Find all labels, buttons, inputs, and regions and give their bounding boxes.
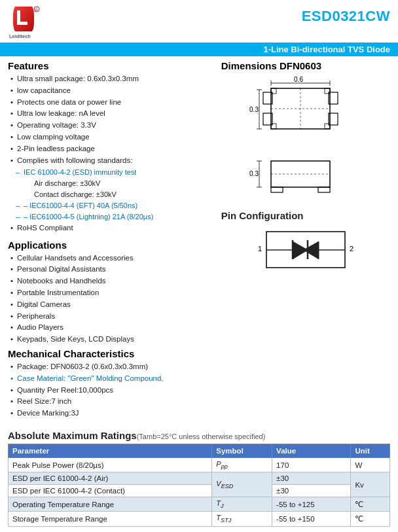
- svg-text:Leiditech: Leiditech: [9, 33, 31, 39]
- list-item: Air discharge: ±30kV: [10, 178, 215, 189]
- svg-text:0.6: 0.6: [294, 76, 303, 83]
- list-item: Digital Cameras: [10, 299, 215, 311]
- param-cell: Peak Pulse Power (8/20µs): [9, 458, 212, 472]
- table-row: ESD per IEC 61000-4-2 (Air) VESD ±30 Kv: [9, 472, 390, 485]
- dimensions-section: Dimensions DFN0603 0.6 0.3: [221, 60, 390, 204]
- features-heading: Features: [8, 60, 215, 71]
- dimensions-diagram: 0.6 0.3: [221, 75, 390, 204]
- main-content: Features Ultra small package: 0.6x0.3x0.…: [0, 56, 398, 422]
- abs-ratings-heading: Absolute Maximum Ratings(Tamb=25°C unles…: [8, 430, 390, 441]
- logo-area: R Leiditech: [8, 5, 47, 41]
- pin-config-heading: Pin Configuration: [221, 210, 304, 221]
- list-item: – IEC61000-4-5 (Lightning) 21A (8/20µs): [10, 211, 215, 222]
- list-item: Keypads, Side Keys, LCD Displays: [10, 334, 215, 346]
- table-row: Operating Temperature Range TJ -55 to +1…: [9, 497, 390, 512]
- param-cell: ESD per IEC 61000-4-2 (Contact): [9, 485, 212, 497]
- pin-configuration-section: Pin Configuration 1 2: [221, 210, 390, 277]
- list-item: Reel Size:7 inch: [10, 396, 215, 408]
- list-item: Device Marking:3J: [10, 408, 215, 419]
- svg-text:R: R: [35, 8, 39, 12]
- list-item: Notebooks and Handhelds: [10, 275, 215, 287]
- svg-text:0.3: 0.3: [249, 170, 259, 177]
- symbol-cell: TJ: [212, 497, 272, 512]
- subtitle-bar: 1-Line Bi-directional TVS Diode: [0, 43, 398, 56]
- title-area: ESD0321CW: [302, 5, 390, 25]
- list-item: Ultra low leakage: nA level: [10, 108, 215, 120]
- list-item: Case Material: "Green" Molding Compound.: [10, 373, 215, 385]
- list-item: – IEC61000-4-4 (EFT) 40A (5/50ns): [10, 200, 215, 211]
- company-logo: R Leiditech: [8, 5, 47, 41]
- unit-cell: ℃: [351, 497, 390, 512]
- param-cell: Storage Temperature Range: [9, 512, 212, 526]
- value-cell: -55 to +150: [272, 512, 351, 526]
- col-parameter: Parameter: [9, 444, 212, 458]
- list-item: Package: DFN0603-2 (0.6x0.3x0.3mm): [10, 361, 215, 373]
- unit-cell: W: [351, 458, 390, 472]
- value-cell: ±30: [272, 485, 351, 497]
- col-unit: Unit: [351, 444, 390, 458]
- svg-text:2: 2: [350, 245, 353, 253]
- features-list: Ultra small package: 0.6x0.3x0.3mm low c…: [8, 73, 215, 234]
- table-row: Peak Pulse Power (8/20µs) Ppp 170 W: [9, 458, 390, 472]
- list-item: Audio Players: [10, 322, 215, 334]
- pin-config-diagram: 1 2: [250, 225, 361, 277]
- table-row: ESD per IEC 61000-4-2 (Contact) ±30: [9, 485, 390, 497]
- right-column: Dimensions DFN0603 0.6 0.3: [221, 60, 390, 422]
- list-item: Quantity Per Reel:10,000pcs: [10, 385, 215, 397]
- table-row: Storage Temperature Range TSTJ -55 to +1…: [9, 512, 390, 526]
- col-symbol: Symbol: [212, 444, 272, 458]
- svg-rect-25: [325, 124, 330, 129]
- header: R Leiditech ESD0321CW: [0, 0, 398, 41]
- dimensions-heading: Dimensions DFN0603: [221, 60, 390, 71]
- list-item: Protects one data or power line: [10, 97, 215, 109]
- applications-list: Cellular Handsets and Accessories Person…: [8, 253, 215, 346]
- list-item: Complies with following standards:: [10, 155, 215, 167]
- left-column: Features Ultra small package: 0.6x0.3x0.…: [8, 60, 215, 422]
- param-cell: ESD per IEC 61000-4-2 (Air): [9, 472, 212, 485]
- bottom-section: Absolute Maximum Ratings(Tamb=25°C unles…: [0, 422, 398, 532]
- list-item: Personal Digital Assistants: [10, 264, 215, 275]
- mechanical-list: Package: DFN0603-2 (0.6x0.3x0.3mm) Case …: [8, 361, 215, 419]
- list-item: low capacitance: [10, 85, 215, 97]
- list-item: IEC 61000-4-2 (ESD) immunity test: [10, 167, 215, 178]
- svg-rect-1: [13, 7, 34, 31]
- list-item: Operating voltage: 3.3V: [10, 120, 215, 132]
- col-value: Value: [272, 444, 351, 458]
- list-item: Low clamping voltage: [10, 132, 215, 143]
- svg-rect-22: [271, 88, 276, 94]
- value-cell: 170: [272, 458, 351, 472]
- svg-rect-24: [271, 124, 276, 129]
- value-cell: ±30: [272, 472, 351, 485]
- symbol-cell: VESD: [212, 472, 272, 497]
- symbol-cell: TSTJ: [212, 512, 272, 526]
- list-item: Contact discharge: ±30kV: [10, 189, 215, 200]
- svg-rect-32: [318, 187, 330, 192]
- part-number: ESD0321CW: [302, 8, 390, 25]
- param-cell: Operating Temperature Range: [9, 497, 212, 512]
- list-item: RoHS Compliant: [10, 222, 215, 234]
- list-item: Ultra small package: 0.6x0.3x0.3mm: [10, 73, 215, 85]
- side-view-diagram: 0.3: [245, 151, 366, 204]
- svg-text:1: 1: [258, 245, 262, 253]
- mechanical-heading: Mechanical Characteristics: [8, 348, 215, 359]
- list-item: Cellular Handsets and Accessories: [10, 253, 215, 264]
- list-item: Portable Instrumentation: [10, 287, 215, 299]
- svg-rect-23: [325, 88, 330, 94]
- svg-text:0.3: 0.3: [249, 106, 259, 113]
- list-item: Peripherals: [10, 311, 215, 323]
- top-view-diagram: 0.6 0.3: [245, 75, 366, 147]
- value-cell: -55 to +125: [272, 497, 351, 512]
- unit-cell: Kv: [351, 472, 390, 497]
- symbol-cell: Ppp: [212, 458, 272, 472]
- list-item: 2-Pin leadless package: [10, 143, 215, 155]
- svg-rect-31: [271, 187, 283, 192]
- svg-marker-40: [304, 241, 319, 259]
- ratings-table: Parameter Symbol Value Unit Peak Pulse P…: [8, 444, 390, 527]
- applications-heading: Applications: [8, 239, 215, 251]
- svg-rect-3: [17, 22, 27, 25]
- unit-cell: ℃: [351, 512, 390, 526]
